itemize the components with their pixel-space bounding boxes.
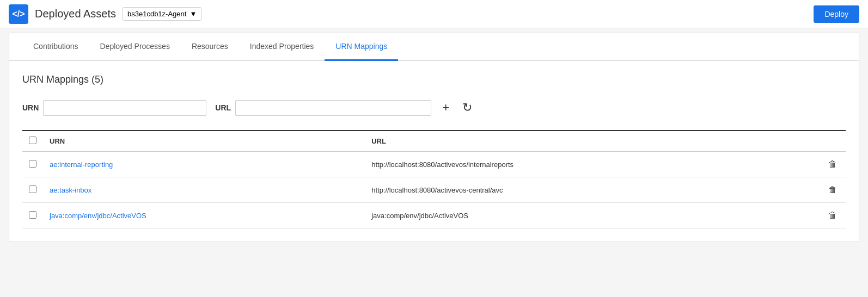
urn-table: URN URL ae:internal-reportinghttp://loca… bbox=[22, 130, 846, 228]
row-delete-cell: 🗑 bbox=[820, 177, 846, 203]
row-url: http://localhost:8080/activevos-central/… bbox=[365, 177, 820, 203]
row-checkbox-0[interactable] bbox=[29, 160, 36, 168]
row-urn: ae:task-inbox bbox=[43, 177, 365, 203]
row-urn: ae:internal-reporting bbox=[43, 152, 365, 177]
row-urn: java:comp/env/jdbc/ActiveVOS bbox=[43, 203, 365, 228]
tabs: Contributions Deployed Processes Resourc… bbox=[9, 33, 859, 61]
url-form-group: URL bbox=[215, 100, 431, 116]
content-area: URN Mappings (5) URN URL + ↻ bbox=[9, 61, 859, 242]
urn-input[interactable] bbox=[43, 100, 206, 116]
agent-dropdown[interactable]: bs3e1cdb1z-Agent ▼ bbox=[123, 7, 201, 21]
header-actions bbox=[820, 131, 846, 152]
header: </> Deployed Assets bs3e1cdb1z-Agent ▼ D… bbox=[0, 0, 868, 28]
agent-dropdown-value: bs3e1cdb1z-Agent bbox=[127, 10, 186, 18]
header-url: URL bbox=[365, 131, 820, 152]
url-input[interactable] bbox=[235, 100, 431, 116]
deploy-button[interactable]: Deploy bbox=[814, 5, 859, 23]
select-all-checkbox[interactable] bbox=[29, 137, 36, 144]
table-row: ae:task-inboxhttp://localhost:8080/activ… bbox=[22, 177, 846, 203]
urn-link[interactable]: ae:task-inbox bbox=[50, 186, 91, 194]
delete-button-0[interactable]: 🗑 bbox=[826, 157, 839, 171]
tab-contributions[interactable]: Contributions bbox=[22, 33, 89, 61]
row-url: http://localhost:8080/activevos/internal… bbox=[365, 152, 820, 177]
row-checkbox-2[interactable] bbox=[29, 211, 36, 219]
table-row: java:comp/env/jdbc/ActiveVOSjava:comp/en… bbox=[22, 203, 846, 228]
url-label: URL bbox=[215, 103, 231, 112]
app-title: Deployed Assets bbox=[35, 8, 116, 20]
row-url: java:comp/env/jdbc/ActiveVOS bbox=[365, 203, 820, 228]
tab-deployed-processes[interactable]: Deployed Processes bbox=[89, 33, 181, 61]
section-title: URN Mappings (5) bbox=[22, 74, 846, 85]
table-header-row: URN URL bbox=[22, 131, 846, 152]
urn-form-group: URN bbox=[22, 100, 206, 116]
plus-icon: + bbox=[442, 101, 449, 115]
table-row: ae:internal-reportinghttp://localhost:80… bbox=[22, 152, 846, 177]
header-left: </> Deployed Assets bs3e1cdb1z-Agent ▼ bbox=[9, 4, 201, 24]
tab-indexed-properties[interactable]: Indexed Properties bbox=[239, 33, 325, 61]
row-checkbox-1[interactable] bbox=[29, 185, 36, 193]
tab-resources[interactable]: Resources bbox=[181, 33, 239, 61]
tab-urn-mappings[interactable]: URN Mappings bbox=[325, 33, 398, 61]
refresh-icon: ↻ bbox=[462, 101, 472, 115]
chevron-down-icon: ▼ bbox=[190, 10, 197, 18]
refresh-button[interactable]: ↻ bbox=[460, 98, 474, 117]
header-checkbox-col bbox=[22, 131, 43, 152]
header-urn: URN bbox=[43, 131, 365, 152]
row-checkbox-cell bbox=[22, 152, 43, 177]
row-delete-cell: 🗑 bbox=[820, 152, 846, 177]
urn-label: URN bbox=[22, 103, 39, 112]
urn-link[interactable]: ae:internal-reporting bbox=[50, 160, 113, 169]
main-content: Contributions Deployed Processes Resourc… bbox=[9, 33, 859, 242]
row-delete-cell: 🗑 bbox=[820, 203, 846, 228]
add-button[interactable]: + bbox=[440, 98, 451, 117]
app-icon: </> bbox=[9, 4, 28, 24]
row-checkbox-cell bbox=[22, 177, 43, 203]
form-row: URN URL + ↻ bbox=[22, 98, 846, 117]
urn-link[interactable]: java:comp/env/jdbc/ActiveVOS bbox=[50, 212, 146, 220]
row-checkbox-cell bbox=[22, 203, 43, 228]
delete-button-2[interactable]: 🗑 bbox=[826, 208, 839, 222]
delete-button-1[interactable]: 🗑 bbox=[826, 183, 839, 197]
